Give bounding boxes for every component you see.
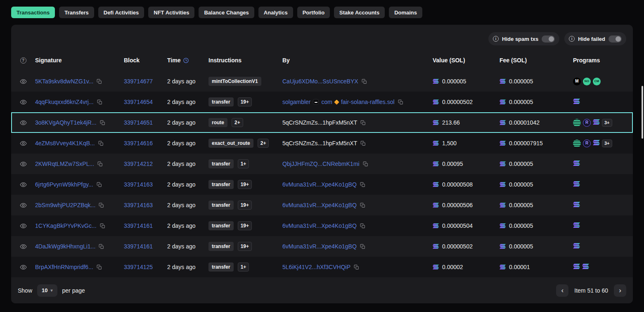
signature-link[interactable]: 5KTa9skv8dwNZG1v... [35, 78, 93, 85]
by-address-link[interactable]: 6vMuna31vR...Xpe4Ko1gBQ [282, 243, 357, 250]
view-transaction-button[interactable] [20, 99, 27, 106]
by-domain-link[interactable]: fair-solana-raffles.sol [341, 99, 395, 105]
solana-program-icon[interactable] [573, 161, 580, 167]
more-programs-badge[interactable]: 3+ [602, 119, 612, 127]
jupiter-program-icon[interactable] [573, 139, 581, 147]
help-icon[interactable]: ? [20, 57, 26, 64]
solana-program-icon[interactable] [573, 99, 580, 105]
page-size-select[interactable]: 10 ▾ [37, 284, 57, 297]
hide-spam-toggle-group[interactable]: i Hide spam txs [488, 32, 559, 45]
tab-transactions[interactable]: Transactions [11, 7, 55, 18]
metaplex-program-icon[interactable]: M [573, 78, 581, 85]
view-transaction-button[interactable] [20, 243, 27, 250]
raydium-program-icon[interactable]: R [583, 119, 591, 127]
no-program-icon[interactable]: NO [583, 78, 591, 85]
signature-link[interactable]: 4DaJkWg9kHhxngLi1... [35, 243, 95, 250]
copy-by-address-button[interactable] [360, 203, 365, 208]
block-link[interactable]: 339714654 [124, 99, 153, 105]
block-link[interactable]: 339714125 [124, 264, 153, 270]
by-address-link[interactable]: QbjJJHFmZQ...CNRebmK1mi [282, 161, 360, 167]
jupiter-program-icon[interactable] [573, 119, 581, 127]
copy-by-address-button[interactable] [360, 223, 365, 229]
view-transaction-button[interactable] [20, 181, 27, 188]
prev-page-button[interactable]: ‹ [556, 284, 568, 297]
view-transaction-button[interactable] [20, 222, 27, 229]
tab-nft-activities[interactable]: NFT Activities [148, 7, 194, 18]
signature-link[interactable]: 3o8KVgAQhyT1ek4jR... [35, 119, 97, 126]
scrollbar-thumb[interactable] [642, 86, 643, 139]
tab-domains[interactable]: Domains [389, 7, 422, 18]
view-transaction-button[interactable] [20, 264, 27, 271]
copy-signature-button[interactable] [98, 141, 104, 146]
cm-program-icon[interactable]: CM [593, 78, 601, 85]
tab-transfers[interactable]: Transfers [59, 7, 94, 18]
by-address-link[interactable]: 5L6iKj41V2...hXf3CVHQiP [282, 264, 350, 270]
solana-logo [582, 264, 589, 269]
solana-program-icon[interactable] [573, 264, 580, 270]
copy-signature-button[interactable] [99, 203, 104, 208]
block-link[interactable]: 339714161 [124, 222, 153, 229]
block-link[interactable]: 339714677 [124, 78, 153, 85]
copy-signature-button[interactable] [99, 244, 104, 249]
view-transaction-button[interactable] [20, 202, 27, 209]
solana-program-icon[interactable] [573, 222, 580, 229]
block-link[interactable]: 339714616 [124, 140, 153, 147]
tab-portfolio[interactable]: Portfolio [297, 7, 330, 18]
by-domain-link[interactable]: solgambler [282, 99, 310, 105]
view-transaction-button[interactable] [20, 119, 27, 126]
solana-program-icon[interactable] [593, 119, 600, 126]
raydium-program-icon[interactable]: R [583, 139, 591, 147]
block-link[interactable]: 339714163 [124, 181, 153, 188]
copy-by-address-button[interactable] [354, 265, 359, 270]
block-link[interactable]: 339714163 [124, 202, 153, 208]
copy-by-address-button[interactable] [360, 244, 365, 249]
by-address-link[interactable]: CaUju6XDMo...SsUSnceBYX [282, 78, 358, 85]
solana-program-icon[interactable] [573, 181, 580, 188]
copy-signature-button[interactable] [100, 120, 105, 125]
block-link[interactable]: 339714212 [124, 161, 153, 167]
clock-icon[interactable] [183, 57, 189, 64]
copy-signature-button[interactable] [97, 265, 102, 270]
copy-by-address-button[interactable] [398, 99, 403, 105]
tab-stake-accounts[interactable]: Stake Accounts [334, 7, 385, 18]
tab-analytics[interactable]: Analytics [258, 7, 293, 18]
view-transaction-button[interactable] [20, 140, 27, 147]
signature-link[interactable]: 2bSm9whjPU2PZBqk... [35, 202, 95, 208]
view-transaction-button[interactable] [20, 78, 27, 85]
copy-by-address-button[interactable] [360, 182, 365, 187]
hide-spam-switch[interactable] [542, 35, 555, 43]
tab-defi-activities[interactable]: Defi Activities [98, 7, 144, 18]
by-address-link[interactable]: 6vMuna31vR...Xpe4Ko1gBQ [282, 202, 357, 208]
copy-icon [363, 161, 368, 167]
view-transaction-button[interactable] [20, 161, 27, 168]
block-link[interactable]: 339714161 [124, 243, 153, 250]
signature-link[interactable]: 4qqFkuqxxd6knZ4vrj... [35, 99, 94, 105]
solana-program-icon[interactable] [573, 202, 580, 208]
signature-link[interactable]: 2KWRqtLMZw7SxPL... [35, 161, 94, 167]
by-address-link[interactable]: 6vMuna31vR...Xpe4Ko1gBQ [282, 222, 357, 229]
copy-by-address-button[interactable] [362, 79, 367, 84]
by-domain-link[interactable]: com [321, 99, 332, 105]
signature-link[interactable]: 6jrtg6PvynW9khPfgy... [35, 181, 93, 188]
copy-signature-button[interactable] [97, 99, 102, 105]
copy-by-address-button[interactable] [360, 141, 366, 146]
tab-balance-changes[interactable]: Balance Changes [199, 7, 254, 18]
signature-link[interactable]: BrpAXfHnRNmpridf6... [35, 264, 93, 270]
copy-signature-button[interactable] [97, 182, 102, 187]
copy-signature-button[interactable] [97, 161, 103, 167]
more-programs-badge[interactable]: 3+ [602, 139, 612, 147]
hide-failed-switch[interactable] [608, 35, 622, 43]
copy-signature-button[interactable] [97, 79, 102, 84]
copy-signature-button[interactable] [100, 223, 105, 229]
copy-by-address-button[interactable] [360, 120, 366, 125]
hide-failed-toggle-group[interactable]: i Hide failed [564, 32, 626, 45]
solana-program-icon[interactable] [593, 140, 600, 147]
solana-program-icon[interactable] [582, 264, 589, 270]
copy-by-address-button[interactable] [363, 161, 368, 167]
next-page-button[interactable]: › [614, 284, 626, 297]
by-address-link[interactable]: 6vMuna31vR...Xpe4Ko1gBQ [282, 181, 357, 188]
solana-program-icon[interactable] [573, 243, 580, 250]
signature-link[interactable]: 1CYKagBkPYvPKvGc... [35, 222, 97, 229]
block-link[interactable]: 339714651 [124, 119, 153, 126]
signature-link[interactable]: 4eZMs8Vvey4K1KqB... [35, 140, 95, 147]
